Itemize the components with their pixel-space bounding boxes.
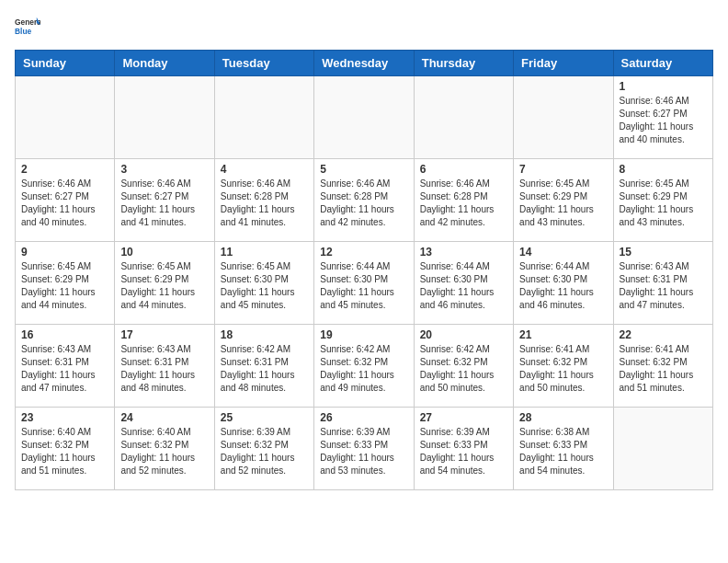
day-info: Sunrise: 6:45 AM Sunset: 6:30 PM Dayligh… <box>221 260 308 312</box>
day-number: 14 <box>519 246 607 259</box>
day-info: Sunrise: 6:42 AM Sunset: 6:32 PM Dayligh… <box>320 343 407 395</box>
day-number: 6 <box>420 163 507 176</box>
day-number: 16 <box>21 328 108 341</box>
calendar-cell: 7Sunrise: 6:45 AM Sunset: 6:29 PM Daylig… <box>514 159 613 242</box>
weekday-header-row: SundayMondayTuesdayWednesdayThursdayFrid… <box>16 51 713 76</box>
calendar-cell: 28Sunrise: 6:38 AM Sunset: 6:33 PM Dayli… <box>514 408 613 490</box>
day-number: 28 <box>519 411 607 424</box>
calendar-cell: 3Sunrise: 6:46 AM Sunset: 6:27 PM Daylig… <box>115 159 214 242</box>
calendar-cell: 11Sunrise: 6:45 AM Sunset: 6:30 PM Dayli… <box>214 242 313 325</box>
week-row-4: 16Sunrise: 6:43 AM Sunset: 6:31 PM Dayli… <box>16 325 713 408</box>
calendar-cell: 12Sunrise: 6:44 AM Sunset: 6:30 PM Dayli… <box>314 242 414 325</box>
day-info: Sunrise: 6:39 AM Sunset: 6:33 PM Dayligh… <box>320 426 407 477</box>
week-row-1: 1Sunrise: 6:46 AM Sunset: 6:27 PM Daylig… <box>16 76 713 159</box>
day-info: Sunrise: 6:40 AM Sunset: 6:32 PM Dayligh… <box>120 426 208 477</box>
calendar-cell: 1Sunrise: 6:46 AM Sunset: 6:27 PM Daylig… <box>613 76 712 159</box>
day-info: Sunrise: 6:45 AM Sunset: 6:29 PM Dayligh… <box>120 260 208 312</box>
calendar-cell <box>314 76 414 159</box>
week-row-3: 9Sunrise: 6:45 AM Sunset: 6:29 PM Daylig… <box>16 242 713 325</box>
day-info: Sunrise: 6:39 AM Sunset: 6:33 PM Dayligh… <box>420 426 507 477</box>
day-number: 8 <box>620 163 707 176</box>
day-info: Sunrise: 6:38 AM Sunset: 6:33 PM Dayligh… <box>519 426 607 477</box>
weekday-header-tuesday: Tuesday <box>214 51 313 76</box>
calendar-cell: 24Sunrise: 6:40 AM Sunset: 6:32 PM Dayli… <box>115 408 214 490</box>
week-row-2: 2Sunrise: 6:46 AM Sunset: 6:27 PM Daylig… <box>16 159 713 242</box>
calendar-cell <box>414 76 513 159</box>
calendar-cell <box>613 408 712 490</box>
calendar-cell: 15Sunrise: 6:43 AM Sunset: 6:31 PM Dayli… <box>613 242 712 325</box>
svg-text:Blue: Blue <box>15 27 31 36</box>
weekday-header-friday: Friday <box>514 51 613 76</box>
day-number: 17 <box>120 328 208 341</box>
day-info: Sunrise: 6:46 AM Sunset: 6:28 PM Dayligh… <box>320 178 407 229</box>
calendar-cell: 20Sunrise: 6:42 AM Sunset: 6:32 PM Dayli… <box>414 325 513 408</box>
day-number: 24 <box>120 411 208 424</box>
day-number: 11 <box>221 246 308 259</box>
day-number: 21 <box>519 328 607 341</box>
weekday-header-saturday: Saturday <box>613 51 712 76</box>
day-number: 23 <box>21 411 108 424</box>
weekday-header-wednesday: Wednesday <box>314 51 414 76</box>
day-number: 5 <box>320 163 407 176</box>
calendar-cell: 13Sunrise: 6:44 AM Sunset: 6:30 PM Dayli… <box>414 242 513 325</box>
day-info: Sunrise: 6:45 AM Sunset: 6:29 PM Dayligh… <box>519 178 607 229</box>
day-number: 13 <box>420 246 507 259</box>
calendar-cell: 25Sunrise: 6:39 AM Sunset: 6:32 PM Dayli… <box>214 408 313 490</box>
calendar-cell: 18Sunrise: 6:42 AM Sunset: 6:31 PM Dayli… <box>214 325 313 408</box>
calendar-cell <box>214 76 313 159</box>
weekday-header-monday: Monday <box>115 51 214 76</box>
day-number: 15 <box>620 246 707 259</box>
logo: GeneralBlue <box>15 15 40 40</box>
day-info: Sunrise: 6:46 AM Sunset: 6:28 PM Dayligh… <box>420 178 507 229</box>
calendar-cell: 2Sunrise: 6:46 AM Sunset: 6:27 PM Daylig… <box>16 159 115 242</box>
calendar-cell: 14Sunrise: 6:44 AM Sunset: 6:30 PM Dayli… <box>514 242 613 325</box>
day-number: 25 <box>221 411 308 424</box>
day-info: Sunrise: 6:45 AM Sunset: 6:29 PM Dayligh… <box>620 178 707 229</box>
calendar-cell: 8Sunrise: 6:45 AM Sunset: 6:29 PM Daylig… <box>613 159 712 242</box>
calendar-cell: 26Sunrise: 6:39 AM Sunset: 6:33 PM Dayli… <box>314 408 414 490</box>
day-number: 4 <box>221 163 308 176</box>
day-info: Sunrise: 6:44 AM Sunset: 6:30 PM Dayligh… <box>519 260 607 312</box>
day-info: Sunrise: 6:43 AM Sunset: 6:31 PM Dayligh… <box>120 343 208 395</box>
calendar-cell: 17Sunrise: 6:43 AM Sunset: 6:31 PM Dayli… <box>115 325 214 408</box>
day-number: 19 <box>320 328 407 341</box>
day-info: Sunrise: 6:41 AM Sunset: 6:32 PM Dayligh… <box>519 343 607 395</box>
day-number: 10 <box>120 246 208 259</box>
day-info: Sunrise: 6:46 AM Sunset: 6:28 PM Dayligh… <box>221 178 308 229</box>
calendar-cell <box>115 76 214 159</box>
day-info: Sunrise: 6:42 AM Sunset: 6:32 PM Dayligh… <box>420 343 507 395</box>
calendar-cell <box>514 76 613 159</box>
day-info: Sunrise: 6:44 AM Sunset: 6:30 PM Dayligh… <box>320 260 407 312</box>
calendar-cell: 4Sunrise: 6:46 AM Sunset: 6:28 PM Daylig… <box>214 159 313 242</box>
day-number: 26 <box>320 411 407 424</box>
day-info: Sunrise: 6:46 AM Sunset: 6:27 PM Dayligh… <box>120 178 208 229</box>
weekday-header-sunday: Sunday <box>16 51 115 76</box>
day-info: Sunrise: 6:46 AM Sunset: 6:27 PM Dayligh… <box>21 178 108 229</box>
day-info: Sunrise: 6:43 AM Sunset: 6:31 PM Dayligh… <box>620 260 707 312</box>
calendar-cell: 9Sunrise: 6:45 AM Sunset: 6:29 PM Daylig… <box>16 242 115 325</box>
calendar-cell: 27Sunrise: 6:39 AM Sunset: 6:33 PM Dayli… <box>414 408 513 490</box>
calendar-cell: 5Sunrise: 6:46 AM Sunset: 6:28 PM Daylig… <box>314 159 414 242</box>
calendar-table: SundayMondayTuesdayWednesdayThursdayFrid… <box>15 50 713 490</box>
day-number: 7 <box>519 163 607 176</box>
day-number: 1 <box>620 80 707 93</box>
day-info: Sunrise: 6:46 AM Sunset: 6:27 PM Dayligh… <box>620 95 707 146</box>
day-info: Sunrise: 6:44 AM Sunset: 6:30 PM Dayligh… <box>420 260 507 312</box>
day-info: Sunrise: 6:45 AM Sunset: 6:29 PM Dayligh… <box>21 260 108 312</box>
calendar-cell: 23Sunrise: 6:40 AM Sunset: 6:32 PM Dayli… <box>16 408 115 490</box>
logo-icon: GeneralBlue <box>15 15 40 40</box>
calendar-cell: 6Sunrise: 6:46 AM Sunset: 6:28 PM Daylig… <box>414 159 513 242</box>
day-info: Sunrise: 6:42 AM Sunset: 6:31 PM Dayligh… <box>221 343 308 395</box>
day-number: 27 <box>420 411 507 424</box>
weekday-header-thursday: Thursday <box>414 51 513 76</box>
day-number: 3 <box>120 163 208 176</box>
day-info: Sunrise: 6:43 AM Sunset: 6:31 PM Dayligh… <box>21 343 108 395</box>
calendar-cell: 10Sunrise: 6:45 AM Sunset: 6:29 PM Dayli… <box>115 242 214 325</box>
day-info: Sunrise: 6:39 AM Sunset: 6:32 PM Dayligh… <box>221 426 308 477</box>
day-info: Sunrise: 6:40 AM Sunset: 6:32 PM Dayligh… <box>21 426 108 477</box>
calendar-cell: 22Sunrise: 6:41 AM Sunset: 6:32 PM Dayli… <box>613 325 712 408</box>
day-number: 18 <box>221 328 308 341</box>
week-row-5: 23Sunrise: 6:40 AM Sunset: 6:32 PM Dayli… <box>16 408 713 490</box>
day-number: 2 <box>21 163 108 176</box>
calendar-cell <box>16 76 115 159</box>
